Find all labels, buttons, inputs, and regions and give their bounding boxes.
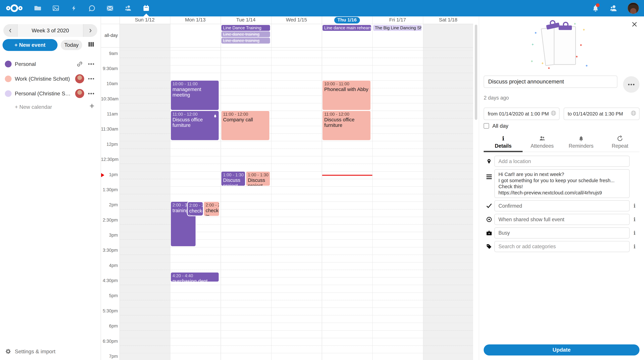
calendar-event[interactable]: 2:00 - 2:30check-in (204, 201, 219, 216)
info-icon[interactable]: i (630, 243, 640, 250)
time-label: 3pm (101, 233, 118, 238)
time-label: 5:30pm (101, 308, 118, 314)
day-header[interactable]: Mon 1/13 (170, 16, 221, 24)
day-header[interactable]: Tue 1/14 (220, 16, 271, 24)
day-header[interactable]: Thu 1/16 (322, 16, 372, 24)
week-label[interactable]: Week 3 of 2020 (18, 24, 83, 37)
timezone-globe-icon[interactable] (550, 110, 556, 117)
event-start-field[interactable]: from 01/14/2020 at 1:00 PM (484, 108, 560, 120)
day-header[interactable]: Sun 1/12 (120, 16, 170, 24)
info-icon[interactable]: i (630, 230, 640, 236)
week-grid: all-day Sun 1/12Mon 1/13Tue 1/14Wed 1/15… (100, 16, 473, 360)
calendar-event[interactable]: 1:00 - 1:30Discuss project (246, 171, 270, 186)
calendar-event[interactable]: 4:20 - 4:40purchasing dept (170, 272, 219, 282)
tab-reminders[interactable]: Reminders (562, 134, 600, 152)
app-mail-icon[interactable] (101, 0, 119, 16)
app-activity-icon[interactable] (65, 0, 83, 16)
event-title: check-in (206, 208, 217, 216)
close-icon[interactable] (632, 21, 638, 28)
time-label: 9am (101, 51, 118, 56)
calendar-more-menu-icon[interactable] (87, 75, 95, 83)
update-button[interactable]: Update (484, 345, 640, 356)
availability-select[interactable]: Busy (494, 227, 630, 239)
column-border (220, 16, 221, 360)
settings-import-button[interactable]: Settings & import (0, 347, 100, 356)
tab-repeat[interactable]: Repeat (600, 134, 640, 152)
column-border (170, 16, 170, 360)
grid-line (120, 353, 473, 353)
time-label: 12:30pm (101, 157, 118, 162)
detail-row: Busyi (484, 227, 640, 239)
sidebar-calendar-item[interactable]: Personal (0, 57, 100, 71)
status-select[interactable]: Confirmed (494, 200, 630, 211)
info-icon[interactable]: i (630, 203, 640, 209)
app-photos-icon[interactable] (47, 0, 65, 16)
grid-line (120, 186, 473, 187)
categories-input[interactable]: Search or add categories (494, 241, 630, 252)
next-week-button[interactable] (83, 24, 97, 37)
all-day-event[interactable]: Line dance training (221, 31, 270, 37)
tab-attendees[interactable]: Attendees (522, 134, 562, 152)
plus-icon[interactable] (89, 103, 95, 110)
tab-details[interactable]: iDetails (484, 134, 522, 152)
new-event-button[interactable]: + New event (2, 39, 58, 51)
user-avatar[interactable] (623, 2, 644, 14)
day-header[interactable]: Sat 1/18 (423, 16, 473, 24)
event-time: 11:00 - 12:00 (324, 112, 369, 117)
calendar-event[interactable]: 2:00 - 2:30check-in (187, 201, 204, 216)
location-pin-icon (484, 158, 494, 165)
sidebar-calendar-item[interactable]: Personal (Christine Scho…) (0, 86, 100, 101)
all-day-event[interactable]: Line dance main rehearsal (322, 25, 371, 31)
calendar-event[interactable]: 10:00 - 11:00management meeting (170, 80, 219, 110)
event-title: Company call (223, 117, 268, 122)
app-contacts-icon[interactable] (119, 0, 137, 16)
grid-line (120, 58, 473, 58)
view-switcher-icon[interactable] (87, 40, 95, 48)
timezone-globe-icon[interactable] (630, 110, 636, 117)
event-title-input[interactable] (484, 76, 617, 88)
day-header[interactable]: Fri 1/17 (372, 16, 423, 24)
today-button[interactable]: Today (61, 40, 82, 50)
time-label: 2:30pm (101, 218, 118, 223)
share-link-icon[interactable] (75, 59, 84, 68)
avatar-photo (75, 74, 84, 83)
all-day-toggle-row[interactable]: All day (484, 123, 640, 129)
calendar-event[interactable]: 1:00 - 1:30Discuss project announcement (221, 171, 245, 186)
all-day-event[interactable]: Line Dance Training (221, 25, 270, 31)
sidebar-calendar-item[interactable]: Work (Christine Schott) (0, 71, 100, 86)
calendar-event[interactable]: 11:00 - 12:00Discuss office furniture (170, 111, 219, 140)
time-label: 9:30am (101, 66, 118, 71)
owner-avatar (75, 89, 84, 98)
location-input[interactable]: Add a location (494, 156, 630, 167)
calendar-event[interactable]: 11:00 - 12:00Discuss office furniture (322, 111, 371, 140)
calendar-event[interactable]: 11:00 - 12:00Company call (221, 111, 270, 140)
time-label: 10:30am (101, 96, 118, 102)
all-day-event[interactable]: The Big Line Dancing Show (373, 25, 422, 31)
contacts-menu-icon[interactable] (604, 0, 623, 16)
week-navigation: Week 3 of 2020 (3, 24, 98, 37)
app-files-icon[interactable] (29, 0, 47, 16)
event-modified-ago: 2 days ago (484, 95, 640, 101)
grid-line (120, 148, 473, 149)
visibility-select[interactable]: When shared show full event (494, 214, 630, 225)
new-calendar-row[interactable]: + New calendar (0, 101, 100, 113)
day-header[interactable]: Wed 1/15 (271, 16, 322, 24)
all-day-checkbox[interactable] (484, 123, 489, 129)
calendar-more-menu-icon[interactable] (87, 60, 95, 68)
calendar-event[interactable]: 10:00 - 11:00Phonecall with Abby (322, 80, 371, 110)
notifications-bell-icon[interactable] (586, 0, 604, 16)
previous-week-button[interactable] (3, 24, 17, 37)
nextcloud-logo[interactable] (0, 0, 29, 16)
info-icon[interactable]: i (630, 216, 640, 223)
app-talk-icon[interactable] (83, 0, 101, 16)
nextcloud-calendar-app: Week 3 of 2020 + New event Today Persona… (0, 0, 644, 360)
event-actions-menu-button[interactable] (623, 76, 640, 93)
description-textarea[interactable]: Hi Carl! are you in next week? I got som… (494, 169, 630, 198)
repeat-icon (600, 135, 640, 142)
calendar-more-menu-icon[interactable] (87, 89, 95, 98)
grid-scrollbar[interactable] (475, 25, 477, 120)
all-day-event[interactable]: Line dance training (221, 38, 270, 43)
detail-row: When shared show full eventi (484, 214, 640, 225)
grid-line (120, 179, 473, 179)
event-end-field[interactable]: to 01/14/2020 at 1:30 PM (564, 108, 640, 120)
